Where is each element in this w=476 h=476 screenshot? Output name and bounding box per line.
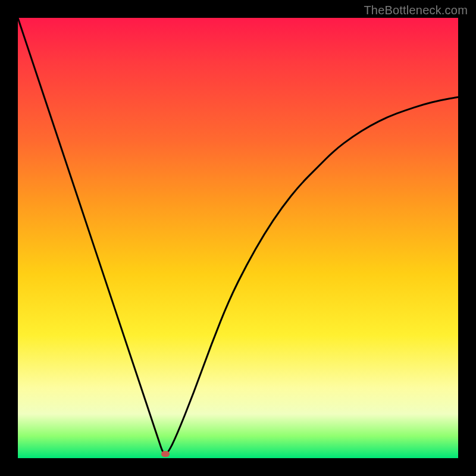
plot-area [18, 18, 458, 458]
minimum-marker [161, 451, 170, 457]
watermark-text: TheBottleneck.com [364, 4, 468, 17]
bottleneck-curve [18, 18, 458, 458]
chart-frame: TheBottleneck.com [0, 0, 476, 476]
